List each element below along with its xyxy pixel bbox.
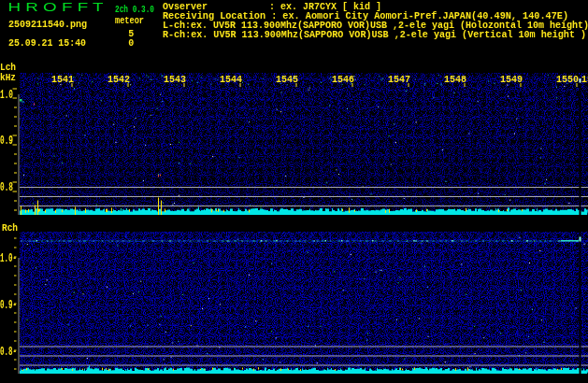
svg-text:2509211540.png: 2509211540.png — [8, 20, 87, 30]
svg-text:0.9: 0.9 — [0, 134, 13, 148]
svg-text:25.09.21 15:40: 25.09.21 15:40 — [8, 38, 86, 49]
svg-text:1.0: 1.0 — [0, 88, 13, 102]
svg-text:0.8: 0.8 — [0, 180, 13, 194]
svg-text:1543: 1543 — [164, 75, 186, 85]
svg-text:1.0-: 1.0- — [0, 251, 17, 265]
svg-text:1545: 1545 — [276, 75, 298, 85]
svg-text:H R O F F T: H R O F F T — [8, 0, 104, 14]
svg-text:R-ch:ex. UV5R 113.900Mhz(SAPPO: R-ch:ex. UV5R 113.900Mhz(SAPPORO VOR)USB… — [163, 30, 586, 40]
svg-text:1546: 1546 — [332, 75, 354, 85]
svg-text:1542: 1542 — [108, 75, 130, 85]
svg-text:1548: 1548 — [444, 75, 466, 85]
svg-text:1541: 1541 — [51, 75, 74, 85]
svg-text:2ch 0.3.0: 2ch 0.3.0 — [115, 4, 154, 15]
svg-text:0: 0 — [128, 38, 134, 49]
svg-text:1550: 1550 — [556, 75, 579, 85]
svg-text:0.8-: 0.8- — [0, 345, 17, 359]
svg-text:kHz: kHz — [0, 73, 16, 83]
svg-text:15: 15 — [581, 75, 588, 85]
svg-text:0.9-: 0.9- — [0, 298, 17, 312]
svg-text:1547: 1547 — [388, 75, 410, 85]
svg-text:Rch: Rch — [2, 223, 18, 234]
svg-text:1544: 1544 — [220, 75, 242, 85]
svg-text:meteor: meteor — [115, 16, 144, 26]
svg-text:1549: 1549 — [500, 75, 523, 85]
